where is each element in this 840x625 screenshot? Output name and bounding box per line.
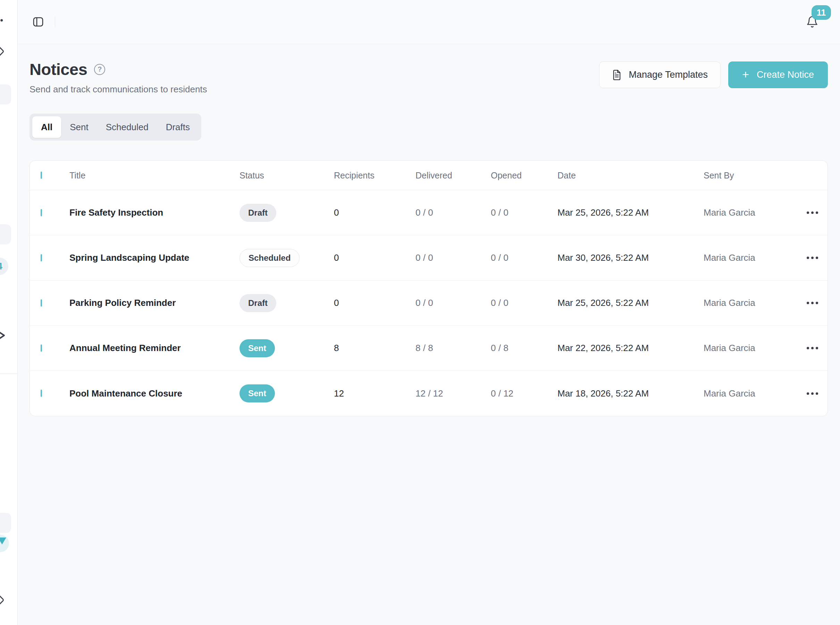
date-value: Mar 25, 2026, 5:22 AM <box>557 298 703 308</box>
create-notice-button[interactable]: + Create Notice <box>728 61 828 88</box>
date-value: Mar 22, 2026, 5:22 AM <box>557 343 703 353</box>
sent-by-value: Maria Garcia <box>703 343 797 353</box>
row-checkbox[interactable] <box>40 390 42 397</box>
main-area: 11 Notices ? Send and track communicatio… <box>18 0 840 625</box>
sidebar-avatar[interactable] <box>0 535 9 552</box>
tab-drafts[interactable]: Drafts <box>157 116 199 138</box>
sent-by-value: Maria Garcia <box>703 207 797 218</box>
table-row[interactable]: Spring Landscaping Update Scheduled 0 0 … <box>30 235 828 281</box>
recipients-value: 0 <box>334 207 416 218</box>
manage-templates-button[interactable]: Manage Templates <box>599 61 720 88</box>
panel-left-icon <box>33 16 44 28</box>
page-subtitle: Send and track communications to residen… <box>30 84 207 95</box>
column-header-status: Status <box>239 171 334 180</box>
notice-title: Fire Safety Inspection <box>70 207 239 218</box>
table-row[interactable]: Fire Safety Inspection Draft 0 0 / 0 0 /… <box>30 190 828 235</box>
status-badge: Sent <box>239 339 275 357</box>
notices-table: Title Status Recipients Delivered Opened… <box>30 160 828 416</box>
opened-value: 0 / 8 <box>491 343 557 353</box>
opened-value: 0 / 0 <box>491 298 557 308</box>
plus-icon: + <box>742 68 749 80</box>
notice-title: Annual Meeting Reminder <box>70 343 239 353</box>
column-header-date: Date <box>557 171 703 180</box>
document-icon <box>612 70 622 81</box>
date-value: Mar 18, 2026, 5:22 AM <box>557 388 703 399</box>
sidebar-item-highlight[interactable] <box>0 224 11 244</box>
recipients-value: 0 <box>334 252 416 263</box>
sidebar-sliver: •• 4 <box>0 0 18 625</box>
table-header-row: Title Status Recipients Delivered Opened… <box>30 161 828 190</box>
delivered-value: 0 / 0 <box>416 252 491 263</box>
topbar: 11 <box>18 0 840 44</box>
filter-tabs: All Sent Scheduled Drafts <box>30 113 201 141</box>
status-badge: Draft <box>239 294 276 312</box>
column-header-recipients: Recipients <box>334 171 416 180</box>
column-header-opened: Opened <box>491 171 557 180</box>
row-checkbox[interactable] <box>40 254 42 261</box>
notice-title: Parking Policy Reminder <box>70 298 239 308</box>
sidebar-toggle-button[interactable] <box>31 14 46 30</box>
select-all-checkbox[interactable] <box>40 171 42 179</box>
sidebar-item-highlight[interactable] <box>0 513 11 533</box>
date-value: Mar 25, 2026, 5:22 AM <box>557 207 703 218</box>
tab-all[interactable]: All <box>32 116 61 138</box>
notice-title: Spring Landscaping Update <box>70 252 239 263</box>
delivered-value: 0 / 0 <box>416 298 491 308</box>
page-title: Notices <box>30 60 87 79</box>
delivered-value: 8 / 8 <box>416 343 491 353</box>
status-badge: Scheduled <box>239 249 300 267</box>
recipients-value: 12 <box>334 388 416 399</box>
sidebar-chevron-icon[interactable] <box>0 329 6 342</box>
notification-count-badge[interactable]: 11 <box>812 5 831 20</box>
row-checkbox[interactable] <box>40 344 42 352</box>
recipients-value: 8 <box>334 343 416 353</box>
opened-value: 0 / 0 <box>491 252 557 263</box>
help-icon[interactable]: ? <box>94 64 105 75</box>
delivered-value: 0 / 0 <box>416 207 491 218</box>
status-badge: Draft <box>239 204 276 222</box>
opened-value: 0 / 12 <box>491 388 557 399</box>
status-badge: Sent <box>239 384 275 403</box>
notice-title: Pool Maintenance Closure <box>70 388 239 399</box>
topbar-divider <box>55 16 55 28</box>
tab-sent[interactable]: Sent <box>61 116 97 138</box>
sent-by-value: Maria Garcia <box>703 252 797 263</box>
sent-by-value: Maria Garcia <box>703 298 797 308</box>
page-content: Notices ? Send and track communications … <box>18 44 840 625</box>
table-row[interactable]: Parking Policy Reminder Draft 0 0 / 0 0 … <box>30 281 828 326</box>
column-header-delivered: Delivered <box>416 171 491 180</box>
date-value: Mar 30, 2026, 5:22 AM <box>557 252 703 263</box>
column-header-title: Title <box>70 171 239 180</box>
row-actions-menu-icon[interactable] <box>803 208 821 218</box>
opened-value: 0 / 0 <box>491 207 557 218</box>
sidebar-nav-icon[interactable] <box>0 594 5 606</box>
sent-by-value: Maria Garcia <box>703 388 797 399</box>
delivered-value: 12 / 12 <box>416 388 491 399</box>
row-actions-menu-icon[interactable] <box>803 344 821 353</box>
table-row[interactable]: Annual Meeting Reminder Sent 8 8 / 8 0 /… <box>30 326 828 371</box>
tab-scheduled[interactable]: Scheduled <box>97 116 157 138</box>
row-actions-menu-icon[interactable] <box>803 253 821 263</box>
row-checkbox[interactable] <box>40 209 42 216</box>
column-header-sent-by: Sent By <box>703 171 797 180</box>
recipients-value: 0 <box>334 298 416 308</box>
row-checkbox[interactable] <box>40 299 42 306</box>
table-row[interactable]: Pool Maintenance Closure Sent 12 12 / 12… <box>30 371 828 416</box>
sidebar-item-highlight[interactable] <box>0 84 11 104</box>
sidebar-overflow-dots-icon[interactable]: •• <box>0 15 4 25</box>
row-actions-menu-icon[interactable] <box>803 298 821 308</box>
sidebar-nav-icon[interactable] <box>0 45 5 57</box>
sidebar-count-badge: 4 <box>0 258 8 275</box>
row-actions-menu-icon[interactable] <box>803 389 821 398</box>
